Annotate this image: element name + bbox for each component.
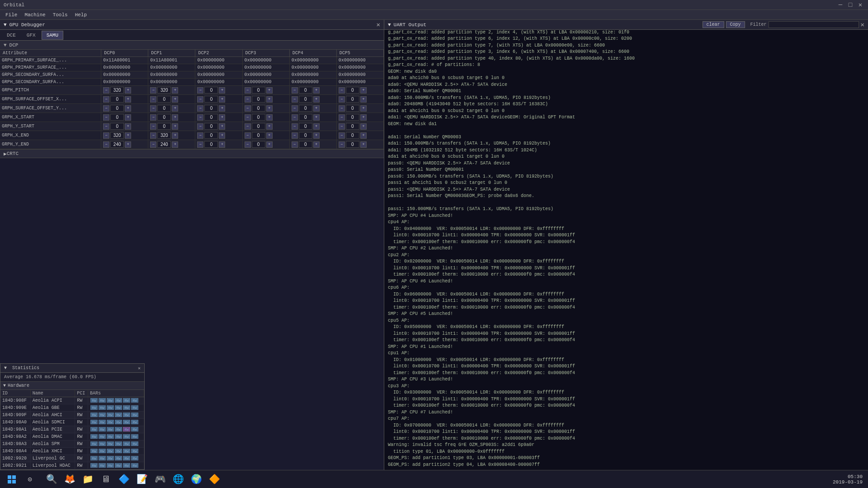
bar-0-0[interactable]: RW xyxy=(90,398,98,403)
bar-2-3[interactable]: RW xyxy=(115,413,122,417)
stepper-inc[interactable]: + xyxy=(313,96,320,103)
dcp-val-8-2[interactable]: − + xyxy=(195,122,242,131)
stepper-input[interactable] xyxy=(157,96,171,103)
stepper-dec[interactable]: − xyxy=(245,87,251,94)
dcp-val-5-5[interactable]: − + xyxy=(336,95,383,104)
stepper-dec[interactable]: − xyxy=(339,132,345,139)
dcp-val-9-1[interactable]: − + xyxy=(148,131,195,140)
stepper-dec[interactable]: − xyxy=(245,114,251,121)
stepper-dec[interactable]: − xyxy=(339,96,345,103)
dcp-val-7-2[interactable]: − + xyxy=(195,113,242,122)
stepper-dec[interactable]: − xyxy=(292,87,298,94)
stepper-input[interactable] xyxy=(252,123,265,130)
dcp-val-9-2[interactable]: − + xyxy=(195,131,242,140)
dcp-section-header[interactable]: ▼ DCP xyxy=(0,41,384,50)
dcp-val-8-0[interactable]: − + xyxy=(101,122,148,131)
taskbar-app-orbital[interactable]: 🎮 xyxy=(152,471,168,488)
stepper-dec[interactable]: − xyxy=(292,141,298,148)
dcp-val-9-3[interactable]: − + xyxy=(242,131,289,140)
stepper-dec[interactable]: − xyxy=(339,105,345,112)
stepper-inc[interactable]: + xyxy=(313,141,320,148)
bar-0-4[interactable]: RW xyxy=(123,398,130,403)
stepper-input[interactable] xyxy=(346,141,359,148)
stepper-dec[interactable]: − xyxy=(197,87,203,94)
bar-2-4[interactable]: RW xyxy=(123,413,130,417)
stepper-input[interactable] xyxy=(299,87,312,94)
dcp-val-7-4[interactable]: − + xyxy=(289,113,336,122)
stepper-inc[interactable]: + xyxy=(219,123,225,130)
stepper-dec[interactable]: − xyxy=(150,96,156,103)
dcp-val-10-0[interactable]: − + xyxy=(101,140,148,149)
maximize-btn[interactable]: □ xyxy=(846,1,854,9)
stepper-dec[interactable]: − xyxy=(339,114,345,121)
bar-7-3[interactable]: RW xyxy=(115,449,122,453)
bar-6-0[interactable]: RW xyxy=(90,441,98,446)
dcp-val-8-3[interactable]: − + xyxy=(242,122,289,131)
bar-9-5[interactable]: RW xyxy=(131,463,138,468)
stepper-dec[interactable]: − xyxy=(103,132,109,139)
stepper-input[interactable] xyxy=(110,123,124,130)
stepper-input[interactable] xyxy=(204,87,218,94)
bar-6-4[interactable]: RW xyxy=(123,441,130,446)
stepper-dec[interactable]: − xyxy=(339,123,345,130)
stepper-inc[interactable]: + xyxy=(313,105,320,112)
stepper-input[interactable] xyxy=(204,141,218,148)
bar-2-2[interactable]: RW xyxy=(107,413,114,417)
stepper-input[interactable] xyxy=(110,141,124,148)
start-button[interactable] xyxy=(4,471,20,488)
stepper-inc[interactable]: + xyxy=(360,123,367,130)
bar-4-2[interactable]: RW xyxy=(107,427,114,432)
menu-file[interactable]: File xyxy=(2,11,21,19)
stepper-inc[interactable]: + xyxy=(360,132,367,139)
stepper-dec[interactable]: − xyxy=(245,96,251,103)
stepper-inc[interactable]: + xyxy=(360,114,367,121)
stepper-input[interactable] xyxy=(252,96,265,103)
stepper-inc[interactable]: + xyxy=(266,132,273,139)
dcp-val-8-5[interactable]: − + xyxy=(336,122,383,131)
bar-8-5[interactable]: RW xyxy=(131,456,138,460)
stepper-dec[interactable]: − xyxy=(103,96,109,103)
stepper-input[interactable] xyxy=(299,141,312,148)
bar-5-2[interactable]: RW xyxy=(107,434,114,439)
bar-4-5[interactable]: RW xyxy=(131,427,138,432)
bar-7-2[interactable]: RW xyxy=(107,449,114,453)
dcp-val-8-1[interactable]: − + xyxy=(148,122,195,131)
dcp-val-10-4[interactable]: − + xyxy=(289,140,336,149)
bar-4-4[interactable]: RW xyxy=(123,427,130,432)
bar-3-1[interactable]: RW xyxy=(99,420,106,424)
stepper-dec[interactable]: − xyxy=(292,105,298,112)
bar-1-5[interactable]: RW xyxy=(131,405,138,410)
bar-9-3[interactable]: RW xyxy=(115,463,122,468)
dcp-val-5-0[interactable]: − + xyxy=(101,95,148,104)
dcp-val-6-2[interactable]: − + xyxy=(195,104,242,113)
bar-8-3[interactable]: RW xyxy=(115,456,122,460)
dcp-val-10-5[interactable]: − + xyxy=(336,140,383,149)
tab-dce[interactable]: DCE xyxy=(2,31,21,40)
stepper-dec[interactable]: − xyxy=(103,123,109,130)
stepper-inc[interactable]: + xyxy=(172,141,178,148)
dcp-val-4-3[interactable]: − + xyxy=(242,86,289,95)
dcp-val-10-2[interactable]: − + xyxy=(195,140,242,149)
stepper-input[interactable] xyxy=(157,87,171,94)
stepper-dec[interactable]: − xyxy=(197,114,203,121)
dcp-val-5-4[interactable]: − + xyxy=(289,95,336,104)
bar-1-0[interactable]: RW xyxy=(90,405,98,410)
stepper-dec[interactable]: − xyxy=(292,96,298,103)
bar-3-2[interactable]: RW xyxy=(107,420,114,424)
taskbar-app-vscode[interactable]: 🔷 xyxy=(116,471,132,488)
stepper-inc[interactable]: + xyxy=(360,141,367,148)
stepper-dec[interactable]: − xyxy=(197,105,203,112)
stepper-dec[interactable]: − xyxy=(150,114,156,121)
tab-gfx[interactable]: GFX xyxy=(22,31,41,40)
stepper-dec[interactable]: − xyxy=(339,87,345,94)
stepper-inc[interactable]: + xyxy=(219,114,225,121)
stepper-dec[interactable]: − xyxy=(103,141,109,148)
stepper-inc[interactable]: + xyxy=(313,123,320,130)
stepper-inc[interactable]: + xyxy=(172,105,178,112)
minimize-btn[interactable]: ─ xyxy=(836,1,844,9)
stepper-inc[interactable]: + xyxy=(313,87,320,94)
bar-7-1[interactable]: RW xyxy=(99,449,106,453)
stepper-input[interactable] xyxy=(110,96,124,103)
bar-1-3[interactable]: RW xyxy=(115,405,122,410)
dcp-val-6-5[interactable]: − + xyxy=(336,104,383,113)
